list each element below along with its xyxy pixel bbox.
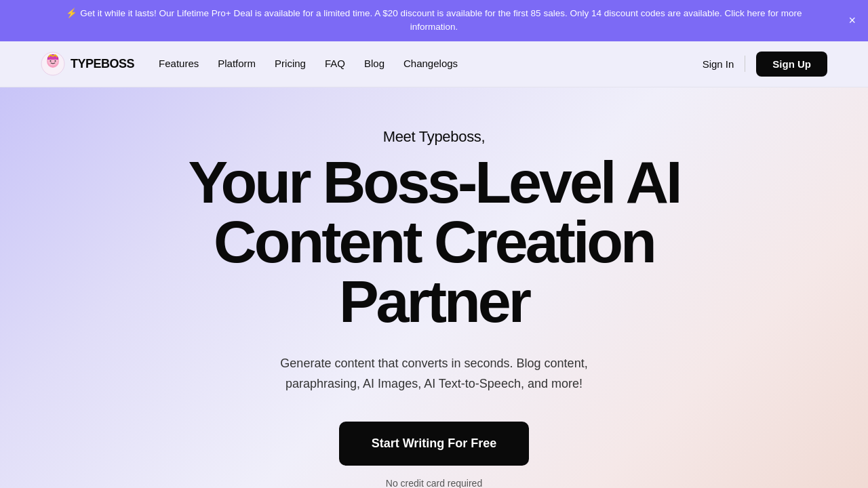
hero-title: Your Boss-Level AI Content Creation Part… [129,152,739,331]
svg-point-3 [50,60,52,62]
sign-in-button[interactable]: Sign In [703,58,734,70]
nav-item-pricing[interactable]: Pricing [275,58,306,69]
hero-description-line2: paraphrasing, AI Images, AI Text-to-Spee… [285,377,583,390]
nav-links: Features Platform Pricing FAQ Blog Chang… [159,58,458,70]
nav-right: Sign In Sign Up [703,52,827,77]
nav-left: TYPEBOSS Features Platform Pricing FAQ B… [41,52,458,76]
navbar: TYPEBOSS Features Platform Pricing FAQ B… [0,41,868,87]
logo-icon [41,52,65,76]
banner-close-button[interactable]: × [848,14,856,26]
hero-title-line1: Your Boss-Level AI [188,148,679,216]
no-credit-text: No credit card required [386,478,482,488]
sign-up-button[interactable]: Sign Up [756,52,827,77]
nav-item-blog[interactable]: Blog [364,58,384,69]
nav-divider [745,56,745,72]
logo-link[interactable]: TYPEBOSS [41,52,134,76]
hero-subtitle: Meet Typeboss, [383,128,486,146]
hero-section: Meet Typeboss, Your Boss-Level AI Conten… [0,87,868,489]
nav-item-platform[interactable]: Platform [218,58,256,69]
banner-text[interactable]: ⚡ Get it while it lasts! Our Lifetime Pr… [61,7,807,35]
hero-description-line1: Generate content that converts in second… [280,357,587,370]
hero-description: Generate content that converts in second… [280,353,587,394]
hero-title-line2: Content Creation Partner [214,208,654,335]
logo-text: TYPEBOSS [71,57,134,71]
nav-item-faq[interactable]: FAQ [325,58,345,69]
svg-point-4 [55,60,56,62]
nav-item-features[interactable]: Features [159,58,199,69]
cta-button[interactable]: Start Writing For Free [339,422,530,466]
announcement-banner: ⚡ Get it while it lasts! Our Lifetime Pr… [0,0,868,41]
nav-item-changelogs[interactable]: Changelogs [403,58,458,69]
